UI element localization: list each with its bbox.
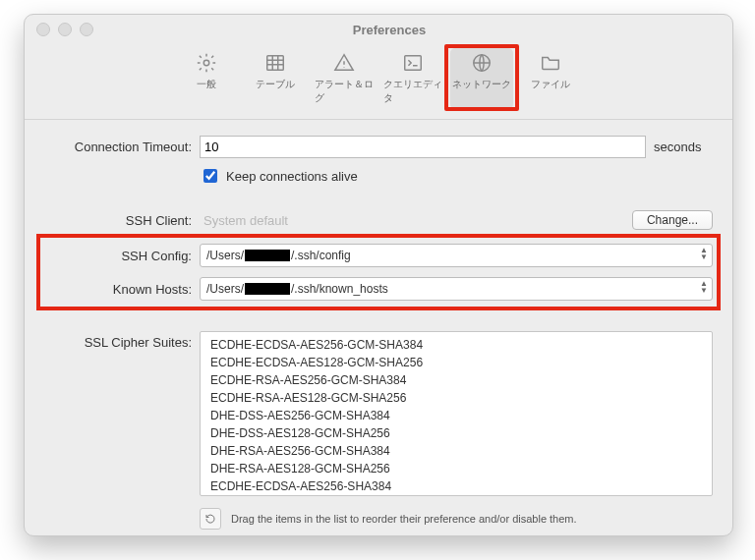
known-hosts-prefix: /Users/	[206, 282, 244, 296]
titlebar: Preferences	[25, 15, 732, 44]
cipher-hint: Drag the items in the list to reorder th…	[231, 513, 577, 525]
globe-icon	[471, 52, 493, 74]
keep-alive-checkbox[interactable]	[203, 169, 217, 183]
known-hosts-suffix: /.ssh/known_hosts	[291, 282, 388, 296]
folder-icon	[540, 52, 561, 74]
chevron-updown-icon: ▲▼	[700, 247, 708, 260]
cipher-item[interactable]: ECDHE-ECDSA-AES128-GCM-SHA256	[210, 354, 702, 371]
cipher-item[interactable]: DHE-RSA-AES128-GCM-SHA256	[210, 460, 702, 477]
warning-icon	[333, 52, 355, 74]
window-title: Preferences	[93, 23, 685, 37]
cipher-item[interactable]: ECDHE-ECDSA-AES256-SHA384	[210, 477, 702, 495]
cipher-item[interactable]: DHE-RSA-AES256-GCM-SHA384	[210, 442, 702, 460]
cipher-suites-row: SSL Cipher Suites: ECDHE-ECDSA-AES256-GC…	[44, 331, 713, 496]
close-window[interactable]	[36, 23, 50, 36]
svg-rect-1	[267, 56, 284, 71]
tab-network[interactable]: ネットワーク	[450, 48, 513, 109]
tab-alerts[interactable]: アラート＆ログ	[313, 48, 376, 109]
chevron-updown-icon: ▲▼	[700, 280, 708, 294]
ssh-config-prefix: /Users/	[206, 249, 244, 262]
toolbar: 一般 テーブル アラート＆ログ クエリエディタ ネットワーク ファイル	[25, 44, 732, 120]
timeout-unit: seconds	[654, 140, 713, 154]
keep-alive-label: Keep connections alive	[226, 169, 358, 184]
tab-tables[interactable]: テーブル	[244, 48, 307, 109]
redacted-user	[245, 250, 290, 261]
svg-rect-2	[405, 56, 422, 71]
connection-timeout-input[interactable]	[200, 136, 646, 158]
ssh-paths-group: SSH Config: /Users/ /.ssh/config ▲▼ Know…	[44, 238, 713, 307]
cipher-item[interactable]: DHE-DSS-AES256-GCM-SHA384	[210, 407, 702, 424]
table-icon	[264, 52, 286, 74]
cipher-suites-label: SSL Cipher Suites:	[44, 331, 192, 350]
content-pane: Connection Timeout: seconds Keep connect…	[25, 120, 732, 535]
gear-icon	[196, 52, 217, 74]
tab-general[interactable]: 一般	[175, 48, 238, 109]
reset-icon	[204, 513, 216, 525]
connection-timeout-row: Connection Timeout: seconds	[44, 136, 713, 158]
keep-alive-row: Keep connections alive	[200, 166, 713, 186]
ssh-client-label: SSH Client:	[44, 213, 192, 228]
cipher-item[interactable]: ECDHE-RSA-AES256-GCM-SHA384	[210, 371, 702, 389]
window-controls	[36, 23, 93, 36]
change-button[interactable]: Change...	[632, 210, 713, 230]
redacted-user	[245, 283, 290, 295]
ssh-config-suffix: /.ssh/config	[291, 249, 351, 262]
known-hosts-combo[interactable]: /Users/ /.ssh/known_hosts ▲▼	[200, 277, 713, 301]
cipher-item[interactable]: DHE-DSS-AES128-GCM-SHA256	[210, 424, 702, 442]
ssh-client-value: System default	[200, 213, 624, 228]
cipher-hint-row: Drag the items in the list to reorder th…	[200, 508, 713, 530]
tab-query-editor[interactable]: クエリエディタ	[381, 48, 444, 109]
ssh-client-row: SSH Client: System default Change...	[44, 210, 713, 230]
cipher-item[interactable]: ECDHE-RSA-AES128-GCM-SHA256	[210, 389, 702, 407]
cipher-suites-list[interactable]: ECDHE-ECDSA-AES256-GCM-SHA384ECDHE-ECDSA…	[200, 331, 713, 496]
minimize-window[interactable]	[58, 23, 72, 36]
cipher-item[interactable]: ECDHE-ECDSA-AES256-GCM-SHA384	[210, 336, 702, 354]
ssh-config-combo[interactable]: /Users/ /.ssh/config ▲▼	[200, 244, 713, 267]
terminal-icon	[402, 52, 424, 74]
preferences-window: Preferences 一般 テーブル アラート＆ログ クエリエディタ ネットワ…	[24, 14, 733, 536]
zoom-window[interactable]	[80, 23, 93, 36]
reset-button[interactable]	[200, 508, 221, 530]
connection-timeout-label: Connection Timeout:	[44, 140, 192, 154]
tab-file[interactable]: ファイル	[519, 48, 582, 109]
svg-point-0	[203, 60, 209, 66]
